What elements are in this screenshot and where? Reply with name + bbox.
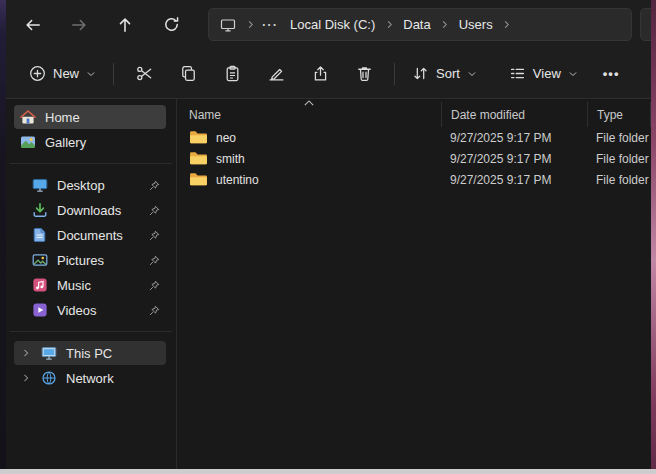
command-toolbar: New bbox=[6, 49, 651, 99]
sidebar-item-documents[interactable]: Documents bbox=[14, 223, 166, 247]
sidebar-item-label: Pictures bbox=[57, 253, 104, 268]
sort-ascending-icon bbox=[304, 100, 314, 106]
refresh-icon bbox=[163, 16, 180, 33]
file-row-smith[interactable]: smith 9/27/2025 9:17 PM File folder bbox=[177, 148, 651, 169]
column-header-label: Date modified bbox=[451, 108, 525, 122]
forward-button[interactable] bbox=[62, 9, 96, 41]
breadcrumb-item-data[interactable]: Data bbox=[396, 11, 437, 38]
breadcrumb-item-users[interactable]: Users bbox=[452, 11, 500, 38]
desktop-icon bbox=[32, 177, 48, 193]
paste-button[interactable] bbox=[212, 57, 252, 91]
pin-icon bbox=[149, 305, 160, 316]
breadcrumb-label: Local Disk (C:) bbox=[290, 17, 375, 32]
sidebar-item-desktop[interactable]: Desktop bbox=[14, 173, 166, 197]
expand-chevron-icon[interactable] bbox=[20, 348, 32, 358]
file-explorer-window: ··· Local Disk (C:) Data Users bbox=[6, 0, 651, 469]
file-row-utentino[interactable]: utentino 9/27/2025 9:17 PM File folder bbox=[177, 169, 651, 190]
expand-chevron-icon[interactable] bbox=[20, 373, 32, 383]
chevron-right-icon[interactable] bbox=[500, 11, 514, 38]
address-bar[interactable]: ··· Local Disk (C:) Data Users bbox=[208, 8, 632, 41]
this-pc-icon bbox=[41, 345, 57, 361]
desktop-edge-right bbox=[651, 0, 656, 474]
sidebar-item-home[interactable]: Home bbox=[14, 105, 166, 129]
column-header-name[interactable]: Name bbox=[177, 102, 441, 127]
file-name: utentino bbox=[216, 173, 259, 187]
toolbar-separator bbox=[113, 63, 114, 85]
sidebar-item-label: Downloads bbox=[57, 203, 121, 218]
file-date-cell: 9/27/2025 9:17 PM bbox=[441, 152, 587, 166]
sidebar-item-network[interactable]: Network bbox=[14, 366, 166, 390]
window-body: Home Gallery Desktop Downloads bbox=[6, 99, 651, 469]
sidebar-item-gallery[interactable]: Gallery bbox=[14, 130, 166, 154]
chevron-right-icon[interactable] bbox=[243, 11, 257, 38]
pin-icon bbox=[149, 180, 160, 191]
scissors-icon bbox=[136, 65, 153, 82]
breadcrumb-ellipsis[interactable]: ··· bbox=[257, 17, 283, 32]
sidebar-item-downloads[interactable]: Downloads bbox=[14, 198, 166, 222]
column-header-type[interactable]: Type bbox=[587, 102, 651, 127]
file-name: neo bbox=[216, 131, 236, 145]
file-row-neo[interactable]: neo 9/27/2025 9:17 PM File folder bbox=[177, 127, 651, 148]
forward-arrow-icon bbox=[70, 16, 88, 34]
more-options-button[interactable]: ••• bbox=[603, 66, 620, 81]
copy-icon bbox=[180, 65, 197, 82]
file-type-cell: File folder bbox=[587, 173, 651, 187]
sidebar-item-label: Home bbox=[45, 110, 80, 125]
up-button[interactable] bbox=[108, 9, 142, 41]
chevron-down-icon bbox=[568, 69, 578, 79]
delete-button[interactable] bbox=[344, 57, 384, 91]
sidebar-item-label: Videos bbox=[57, 303, 97, 318]
sidebar-item-pictures[interactable]: Pictures bbox=[14, 248, 166, 272]
documents-icon bbox=[32, 227, 48, 243]
pin-icon bbox=[149, 280, 160, 291]
clipboard-paste-icon bbox=[224, 65, 241, 82]
pin-icon bbox=[149, 255, 160, 266]
back-button[interactable] bbox=[16, 9, 50, 41]
column-header-label: Type bbox=[597, 108, 623, 122]
sidebar-item-label: Music bbox=[57, 278, 91, 293]
file-name-cell: smith bbox=[177, 151, 441, 166]
navigation-pane: Home Gallery Desktop Downloads bbox=[6, 99, 176, 469]
breadcrumb-item-local-disk[interactable]: Local Disk (C:) bbox=[283, 11, 382, 38]
share-button[interactable] bbox=[300, 57, 340, 91]
desktop-edge-bottom bbox=[0, 469, 656, 474]
up-arrow-icon bbox=[116, 16, 134, 34]
back-arrow-icon bbox=[24, 16, 42, 34]
gallery-icon bbox=[20, 134, 36, 150]
sidebar-item-music[interactable]: Music bbox=[14, 273, 166, 297]
network-globe-icon bbox=[41, 370, 57, 386]
this-pc-monitor-icon bbox=[220, 17, 236, 33]
column-header-row: Name Date modified Type bbox=[177, 102, 651, 127]
view-button[interactable]: View bbox=[500, 57, 587, 91]
sidebar-item-videos[interactable]: Videos bbox=[14, 298, 166, 322]
file-date-cell: 9/27/2025 9:17 PM bbox=[441, 131, 587, 145]
file-name-cell: utentino bbox=[177, 172, 441, 187]
breadcrumb-label: Data bbox=[403, 17, 430, 32]
plus-circle-icon bbox=[29, 65, 46, 82]
cut-button[interactable] bbox=[124, 57, 164, 91]
sort-arrows-icon bbox=[412, 65, 429, 82]
folder-icon bbox=[189, 151, 208, 166]
chevron-right-icon[interactable] bbox=[382, 11, 396, 38]
new-button[interactable]: New bbox=[20, 57, 105, 91]
sidebar-item-this-pc[interactable]: This PC bbox=[14, 341, 166, 365]
breadcrumb-root[interactable] bbox=[213, 11, 243, 38]
column-header-date-modified[interactable]: Date modified bbox=[441, 102, 587, 127]
file-date-cell: 9/27/2025 9:17 PM bbox=[441, 173, 587, 187]
breadcrumb-label: Users bbox=[459, 17, 493, 32]
share-icon bbox=[312, 65, 329, 82]
rename-button[interactable] bbox=[256, 57, 296, 91]
sidebar-item-label: This PC bbox=[66, 346, 112, 361]
toolbar-separator bbox=[394, 63, 395, 85]
refresh-button[interactable] bbox=[154, 9, 188, 41]
chevron-down-icon bbox=[467, 69, 477, 79]
chevron-down-icon bbox=[86, 69, 96, 79]
pin-icon bbox=[149, 205, 160, 216]
file-name: smith bbox=[216, 152, 245, 166]
view-button-label: View bbox=[533, 66, 561, 81]
sort-button[interactable]: Sort bbox=[403, 57, 486, 91]
file-type-cell: File folder bbox=[587, 152, 651, 166]
chevron-right-icon[interactable] bbox=[438, 11, 452, 38]
copy-button[interactable] bbox=[168, 57, 208, 91]
videos-icon bbox=[32, 302, 48, 318]
